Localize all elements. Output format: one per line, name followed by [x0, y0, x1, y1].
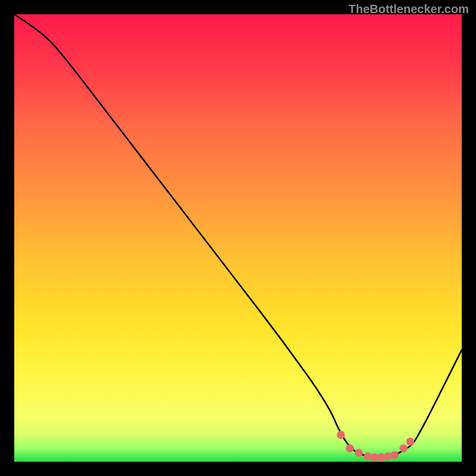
- highlight-dot: [406, 437, 415, 446]
- highlight-dot: [390, 451, 399, 459]
- chart-lines: [14, 14, 462, 462]
- plot-area: [14, 14, 462, 462]
- highlight-dot: [355, 449, 363, 457]
- highlight-dots: [337, 431, 414, 461]
- chart-container: TheBottlenecker.com: [0, 0, 476, 476]
- highlight-dot: [384, 452, 392, 461]
- highlight-dot: [346, 444, 354, 453]
- main-curve: [14, 14, 462, 457]
- watermark-text: TheBottlenecker.com: [349, 2, 469, 16]
- highlight-dot: [399, 444, 408, 453]
- highlight-dot: [337, 431, 345, 439]
